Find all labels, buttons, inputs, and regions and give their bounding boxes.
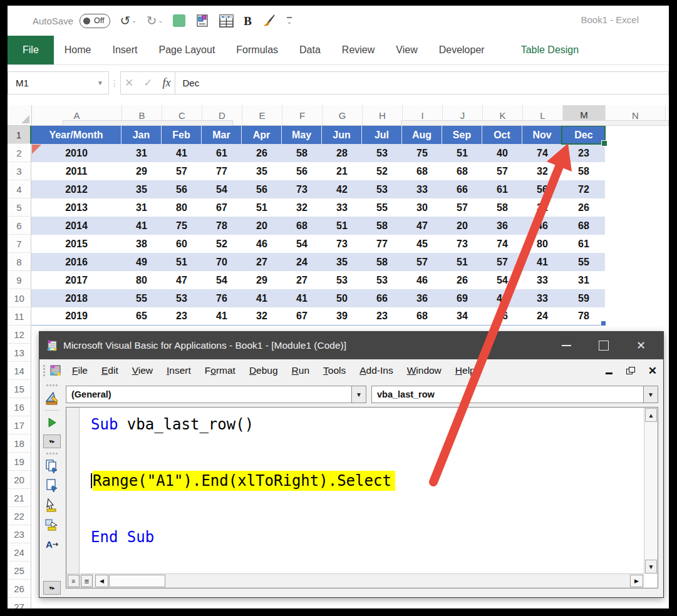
mdi-minimize-icon[interactable] <box>606 372 612 374</box>
cell-2011-jul[interactable]: 52 <box>362 162 402 180</box>
cell-2017-aug[interactable]: 46 <box>402 271 442 289</box>
cell-2011-year-month[interactable]: 2011 <box>31 162 121 180</box>
cell-2013-sep[interactable]: 57 <box>442 198 482 217</box>
vba-menu-format[interactable]: Format <box>205 365 235 376</box>
cell-2017-dec[interactable]: 31 <box>562 271 605 289</box>
cell-2013-mar[interactable]: 67 <box>202 198 242 217</box>
cell-2015-jun[interactable]: 73 <box>322 235 362 253</box>
object-dropdown[interactable]: (General) ▼ <box>66 386 366 403</box>
toolbar-grip[interactable] <box>46 384 58 386</box>
tab-developer[interactable]: Developer <box>428 36 495 64</box>
vba-menu-edit[interactable]: Edit <box>101 365 118 376</box>
full-module-view-button[interactable]: ≣ <box>81 575 93 587</box>
cell-2010-mar[interactable]: 61 <box>202 144 242 162</box>
cell-2016-jan[interactable]: 49 <box>121 253 162 271</box>
cell-2017-jan[interactable]: 80 <box>121 271 162 289</box>
cell-2016-apr[interactable]: 27 <box>242 253 282 271</box>
enter-icon[interactable]: ✓ <box>143 76 152 90</box>
row-header-2[interactable]: 2 <box>8 144 31 162</box>
cell-2016-jun[interactable]: 35 <box>322 253 362 271</box>
table-header-jan[interactable]: Jan <box>121 126 162 144</box>
row-header-4[interactable]: 4 <box>8 180 31 198</box>
design-mode-icon[interactable] <box>44 391 59 406</box>
cell-2012-aug[interactable]: 33 <box>402 180 442 198</box>
cell-2016-feb[interactable]: 51 <box>162 253 202 271</box>
cell-2017-may[interactable]: 27 <box>282 271 322 289</box>
row-header-5[interactable]: 5 <box>8 198 31 217</box>
row-header-27[interactable]: 27 <box>8 598 31 608</box>
row-header-16[interactable]: 16 <box>8 398 31 416</box>
cell-2010-apr[interactable]: 26 <box>242 144 282 162</box>
cell-2017-mar[interactable]: 54 <box>202 271 242 289</box>
cell-2013-may[interactable]: 32 <box>282 198 322 217</box>
run-icon[interactable] <box>44 415 59 430</box>
row-header-13[interactable]: 13 <box>8 344 31 362</box>
mdi-restore-icon[interactable] <box>626 367 634 374</box>
cell-2013-year-month[interactable]: 2013 <box>31 198 121 217</box>
row-header-7[interactable]: 7 <box>8 235 31 253</box>
cell-2017-year-month[interactable]: 2017 <box>31 271 121 289</box>
cell-2019-oct[interactable]: 36 <box>482 307 522 326</box>
cell-2018-may[interactable]: 41 <box>282 289 322 307</box>
table-header-dec[interactable]: Dec <box>562 126 605 144</box>
row-header-17[interactable]: 17 <box>8 416 31 434</box>
cell-2012-mar[interactable]: 54 <box>202 180 242 198</box>
code-line-6[interactable] <box>80 509 644 528</box>
procedure-dropdown-arrow-icon[interactable]: ▼ <box>643 386 658 403</box>
row-header-21[interactable]: 21 <box>8 489 31 507</box>
cell-2015-oct[interactable]: 74 <box>482 235 522 253</box>
insert-function-icon[interactable]: fx <box>163 76 171 90</box>
cell-2018-year-month[interactable]: 2018 <box>31 289 121 307</box>
cell-2012-jul[interactable]: 53 <box>362 180 402 198</box>
vba-menu-debug[interactable]: Debug <box>249 365 278 376</box>
cell-2011-may[interactable]: 56 <box>282 162 322 180</box>
cell-2019-apr[interactable]: 32 <box>242 307 282 326</box>
row-header-15[interactable]: 15 <box>8 380 31 398</box>
object-dropdown-arrow-icon[interactable]: ▼ <box>351 386 366 403</box>
cell-2013-jun[interactable]: 33 <box>322 198 362 217</box>
vba-menu-add-ins[interactable]: Add-Ins <box>359 365 393 376</box>
cell-2014-mar[interactable]: 78 <box>202 217 242 235</box>
complete-word-icon[interactable]: A⇢ <box>44 536 59 552</box>
toolbar-grip-2[interactable] <box>46 453 58 454</box>
cell-2014-dec[interactable]: 68 <box>562 217 605 235</box>
row-header-3[interactable]: 3 <box>8 162 31 180</box>
cell-2015-apr[interactable]: 46 <box>242 235 282 253</box>
close-icon[interactable]: ✕ <box>636 340 646 351</box>
cell-2010-aug[interactable]: 75 <box>402 144 442 162</box>
tab-page-layout[interactable]: Page Layout <box>148 36 225 64</box>
table-header-feb[interactable]: Feb <box>162 126 202 144</box>
cell-2019-aug[interactable]: 68 <box>402 307 442 326</box>
cell-2013-jan[interactable]: 31 <box>121 198 162 217</box>
cell-2011-jun[interactable]: 21 <box>322 162 362 180</box>
cell-2014-jul[interactable]: 58 <box>362 217 402 235</box>
tab-view[interactable]: View <box>385 36 428 64</box>
cell-2010-jun[interactable]: 28 <box>322 144 362 162</box>
scroll-down-icon[interactable]: ▼ <box>645 560 657 573</box>
table-header-jul[interactable]: Jul <box>362 126 402 144</box>
cell-2014-feb[interactable]: 75 <box>162 217 202 235</box>
table-filter-icon[interactable] <box>219 14 234 28</box>
cell-2014-apr[interactable]: 20 <box>242 217 282 235</box>
code-line-4[interactable]: Range("A1").End(xlToRight).Select <box>80 471 644 490</box>
mdi-close-icon[interactable]: ✕ <box>648 364 657 377</box>
column-header-g[interactable]: G <box>323 105 363 126</box>
cell-2010-may[interactable]: 58 <box>282 144 322 162</box>
send-to-back-icon[interactable] <box>44 517 59 532</box>
autosave-toggle[interactable]: Off <box>80 14 110 28</box>
cubes-document-icon[interactable] <box>195 14 209 28</box>
row-header-10[interactable]: 10 <box>8 289 31 307</box>
select-all-corner[interactable] <box>8 105 32 126</box>
row-header-19[interactable]: 19 <box>8 453 31 471</box>
cancel-icon[interactable]: ✕ <box>125 76 133 90</box>
cell-2012-dec[interactable]: 72 <box>562 180 605 198</box>
cell-2019-jul[interactable]: 23 <box>362 307 402 326</box>
tab-data[interactable]: Data <box>289 36 331 64</box>
cell-2015-year-month[interactable]: 2015 <box>31 235 121 253</box>
cell-2013-dec[interactable]: 26 <box>562 198 605 217</box>
cell-2014-aug[interactable]: 47 <box>402 217 442 235</box>
export-icon[interactable] <box>44 478 59 493</box>
formula-input[interactable]: Dec <box>175 71 669 95</box>
cell-2016-may[interactable]: 24 <box>282 253 322 271</box>
undo-dropdown-icon[interactable]: ⌄ <box>132 18 137 24</box>
